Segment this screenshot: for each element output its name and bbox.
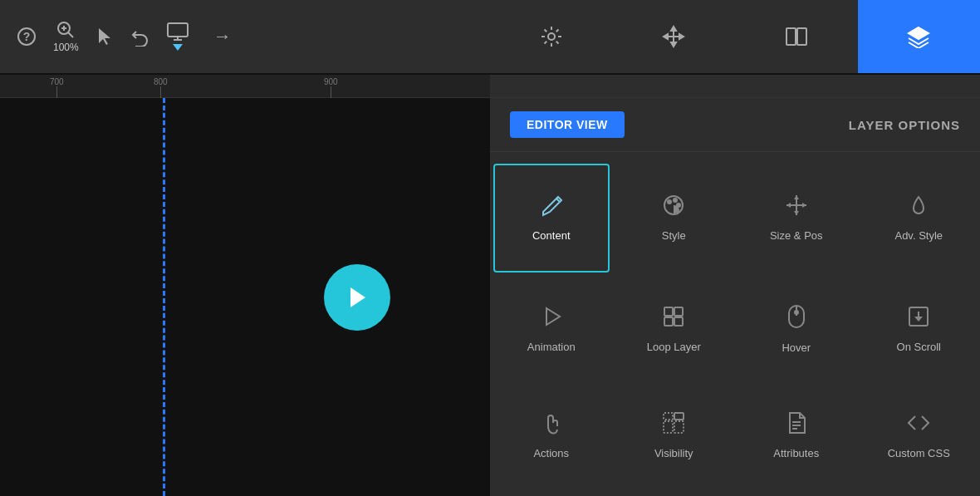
ruler-tick-700: 700	[50, 77, 64, 86]
svg-rect-48	[674, 413, 684, 420]
svg-rect-49	[664, 421, 673, 433]
on-scroll-option[interactable]: On Scroll	[858, 276, 981, 383]
size-pos-option[interactable]: Size & Pos	[735, 160, 858, 276]
svg-rect-7	[168, 23, 188, 37]
svg-line-3	[68, 32, 73, 37]
move-tab[interactable]	[613, 0, 736, 73]
custom-css-label: Custom CSS	[888, 447, 950, 459]
on-scroll-label: On Scroll	[897, 341, 941, 353]
svg-marker-31	[802, 203, 806, 208]
svg-marker-46	[914, 317, 923, 322]
canvas	[0, 98, 490, 496]
content-option[interactable]: Content	[493, 164, 610, 273]
svg-marker-29	[794, 211, 799, 215]
svg-point-22	[668, 200, 671, 204]
zoom-control[interactable]: 100%	[53, 20, 79, 53]
image-grid-icon	[662, 411, 685, 440]
svg-rect-36	[674, 317, 683, 326]
animation-label: Animation	[527, 341, 576, 353]
svg-marker-28	[794, 195, 799, 199]
svg-marker-14	[671, 42, 676, 47]
mouse-icon	[786, 304, 807, 335]
svg-marker-15	[664, 34, 668, 39]
svg-rect-47	[664, 413, 673, 420]
loop-layer-label: Loop Layer	[647, 341, 701, 353]
svg-point-23	[674, 199, 677, 202]
adv-style-option[interactable]: Adv. Style	[858, 160, 981, 276]
svg-marker-16	[679, 34, 684, 39]
layer-options-label: LAYER OPTIONS	[849, 118, 960, 132]
content-label: Content	[532, 229, 571, 242]
style-option[interactable]: Style	[613, 160, 736, 276]
svg-point-10	[548, 33, 555, 40]
visibility-option[interactable]: Visibility	[613, 382, 736, 488]
ruler-tick-900: 900	[324, 77, 338, 86]
document-icon	[786, 411, 806, 440]
visibility-label: Visibility	[654, 447, 693, 459]
svg-marker-19	[909, 27, 929, 39]
adv-style-label: Adv. Style	[894, 229, 943, 242]
editor-view-button[interactable]: EDITOR VIEW	[510, 111, 625, 138]
svg-marker-6	[99, 28, 110, 45]
zoom-label: 100%	[53, 42, 79, 53]
svg-rect-35	[664, 317, 673, 326]
help-icon[interactable]: ?	[17, 27, 37, 47]
settings-tab[interactable]	[490, 0, 613, 73]
animation-option[interactable]: Animation	[490, 276, 613, 383]
compare-tab[interactable]	[735, 0, 858, 73]
svg-rect-33	[664, 307, 673, 316]
undo-button[interactable]	[130, 27, 150, 47]
actions-option[interactable]: Actions	[490, 382, 613, 488]
svg-point-43	[794, 310, 799, 315]
svg-rect-34	[674, 307, 683, 316]
svg-marker-32	[546, 308, 560, 325]
right-panel: EDITOR VIEW LAYER OPTIONS Content	[490, 98, 980, 496]
svg-text:?: ?	[23, 30, 31, 43]
move-icon	[785, 194, 808, 223]
attributes-option[interactable]: Attributes	[735, 382, 858, 488]
custom-css-option[interactable]: Custom CSS	[858, 382, 981, 488]
next-arrow-icon: →	[213, 26, 232, 47]
play-icon	[540, 305, 563, 334]
attributes-label: Attributes	[773, 447, 819, 459]
options-grid: Content Style	[490, 152, 980, 496]
loop-layer-option[interactable]: Loop Layer	[613, 276, 736, 383]
svg-rect-18	[797, 28, 806, 45]
monitor-tool[interactable]	[167, 22, 189, 51]
actions-label: Actions	[533, 447, 569, 459]
svg-marker-13	[671, 27, 676, 31]
panel-header: EDITOR VIEW LAYER OPTIONS	[490, 98, 980, 152]
cursor-tool[interactable]	[96, 27, 114, 47]
size-pos-label: Size & Pos	[770, 229, 823, 242]
code-icon	[907, 411, 930, 440]
hover-option[interactable]: Hover	[735, 276, 858, 383]
dropdown-arrow	[173, 44, 183, 51]
guide-line	[163, 98, 165, 496]
svg-rect-17	[786, 28, 796, 45]
hover-label: Hover	[782, 341, 811, 354]
ruler: 700 800 900	[0, 75, 490, 98]
ruler-tick-800: 800	[154, 77, 168, 86]
svg-marker-20	[350, 287, 365, 307]
download-box-icon	[907, 305, 930, 334]
pencil-icon	[540, 194, 563, 223]
svg-marker-30	[786, 203, 791, 208]
drop-icon	[907, 194, 930, 223]
svg-rect-50	[674, 421, 684, 433]
loop-icon	[662, 305, 685, 334]
palette-icon	[662, 194, 685, 223]
style-label: Style	[662, 229, 686, 242]
layers-tab[interactable]	[858, 0, 981, 73]
navigate-button[interactable]	[324, 264, 390, 331]
touch-icon	[540, 411, 563, 440]
